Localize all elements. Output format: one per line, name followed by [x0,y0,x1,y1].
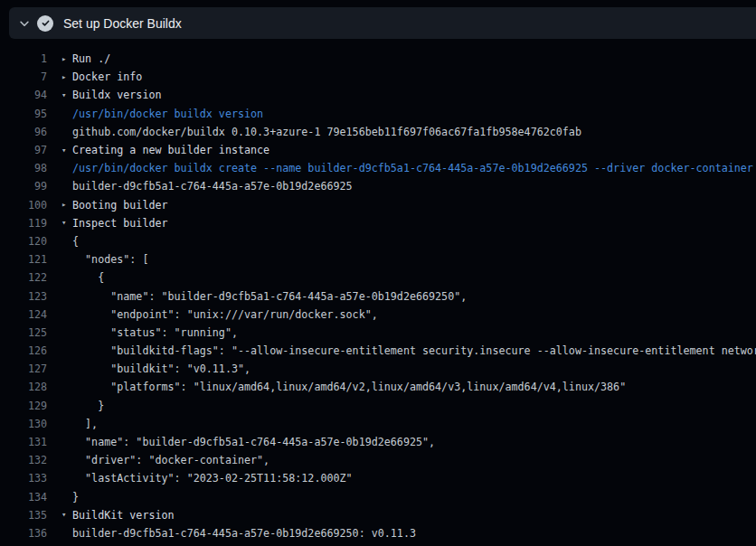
log-text: Creating a new builder instance [72,144,269,156]
chevron-down-icon[interactable] [18,17,31,30]
log-text: "platforms": "linux/amd64,linux/amd64/v2… [72,381,626,393]
log-line: 120{ [0,232,756,250]
log-text: builder-d9cfb5a1-c764-445a-a57e-0b19d2e6… [72,180,353,193]
log-line: 124 "endpoint": "unix:///var/run/docker.… [0,306,756,324]
line-number[interactable]: 124 [0,308,47,321]
triangle-collapsed-icon: ▸ [61,55,72,63]
log-line: 136builder-d9cfb5a1-c764-445a-a57e-0b19d… [0,524,756,542]
triangle-expanded-icon: ▾ [61,511,72,519]
log-text: BuildKit version [72,509,175,522]
log-text: Booting builder [72,199,168,212]
log-text: "name": "builder-d9cfb5a1-c764-445a-a57e… [72,436,435,448]
line-number[interactable]: 120 [0,235,47,248]
log-group-row[interactable]: 94▾Buildx version [0,86,756,104]
log-line: 123 "name": "builder-d9cfb5a1-c764-445a-… [0,287,756,305]
log-line: 129 } [0,397,756,415]
line-number[interactable]: 135 [0,509,47,522]
log-group-row[interactable]: 100▸Booting builder [0,196,756,214]
log-text: } [72,491,79,504]
log-text: ], [72,418,98,430]
log-group-row[interactable]: 135▾BuildKit version [0,506,756,524]
log-line: 121 "nodes": [ [0,250,756,268]
log-line: 99builder-d9cfb5a1-c764-445a-a57e-0b19d2… [0,177,756,195]
log-text: "driver": "docker-container", [72,454,269,466]
triangle-collapsed-icon: ▸ [61,73,72,81]
log-text: Run ./ [72,52,110,65]
log-text: "lastActivity": "2023-02-25T11:58:12.000… [72,472,353,485]
line-number[interactable]: 94 [0,89,47,101]
log-body: 1▸Run ./7▸Docker info94▾Buildx version95… [0,50,756,542]
log-line: 122 { [0,268,756,287]
log-line: 134} [0,488,756,506]
log-text: "endpoint": "unix:///var/run/docker.sock… [72,308,378,321]
line-number[interactable]: 130 [0,418,47,430]
log-text: } [72,400,104,412]
line-number[interactable]: 97 [0,144,47,156]
log-text: "buildkit": "v0.11.3", [72,362,250,375]
log-text: "status": "running", [72,326,238,339]
log-text: Inspect builder [72,217,168,230]
line-number[interactable]: 122 [0,271,47,284]
line-number[interactable]: 95 [0,108,47,120]
triangle-expanded-icon: ▾ [61,146,72,155]
log-text: { [72,271,104,284]
line-number[interactable]: 128 [0,381,47,393]
line-number[interactable]: 133 [0,472,47,485]
triangle-expanded-icon: ▾ [61,219,72,227]
log-line: 96github.com/docker/buildx 0.10.3+azure-… [0,123,756,141]
line-number[interactable]: 129 [0,400,47,412]
line-number[interactable]: 119 [0,217,47,230]
check-circle-icon [37,15,53,32]
triangle-expanded-icon: ▾ [61,91,72,99]
log-text: /usr/bin/docker buildx version [72,108,263,120]
log-line: 125 "status": "running", [0,324,756,342]
line-number[interactable]: 123 [0,290,47,303]
line-number[interactable]: 121 [0,253,47,266]
log-group-row[interactable]: 7▸Docker info [0,68,756,86]
line-number[interactable]: 96 [0,126,47,138]
log-line: 128 "platforms": "linux/amd64,linux/amd6… [0,378,756,396]
line-number[interactable]: 134 [0,491,47,504]
line-number[interactable]: 131 [0,436,47,448]
log-text: "name": "builder-d9cfb5a1-c764-445a-a57e… [72,290,467,303]
log-group-row[interactable]: 1▸Run ./ [0,50,756,68]
line-number[interactable]: 136 [0,527,47,540]
log-text: "buildkitd-flags": "--allow-insecure-ent… [72,344,756,357]
log-group-row[interactable]: 97▾Creating a new builder instance [0,141,756,159]
log-line: 133 "lastActivity": "2023-02-25T11:58:12… [0,469,756,487]
log-group-row[interactable]: 119▾Inspect builder [0,214,756,232]
line-number[interactable]: 127 [0,362,47,375]
log-line: 130 ], [0,415,756,433]
triangle-collapsed-icon: ▸ [61,201,72,209]
log-text: builder-d9cfb5a1-c764-445a-a57e-0b19d2e6… [72,527,416,540]
log-line: 126 "buildkitd-flags": "--allow-insecure… [0,342,756,360]
line-number[interactable]: 125 [0,326,47,339]
log-text: /usr/bin/docker buildx create --name bui… [72,162,753,174]
line-number[interactable]: 1 [0,52,47,65]
log-text: "nodes": [ [72,253,148,266]
line-number[interactable]: 126 [0,344,47,357]
line-number[interactable]: 7 [0,71,47,83]
line-number[interactable]: 98 [0,162,47,174]
log-text: github.com/docker/buildx 0.10.3+azure-1 … [72,126,581,138]
log-text: Docker info [72,71,142,83]
line-number[interactable]: 100 [0,199,47,212]
log-text: { [72,235,79,248]
step-title: Set up Docker Buildx [63,16,182,31]
log-line: 132 "driver": "docker-container", [0,451,756,469]
step-header[interactable]: Set up Docker Buildx [9,7,756,39]
log-line: 127 "buildkit": "v0.11.3", [0,360,756,378]
line-number[interactable]: 99 [0,180,47,193]
log-text: Buildx version [72,89,162,101]
log-line: 95/usr/bin/docker buildx version [0,105,756,123]
log-line: 98/usr/bin/docker buildx create --name b… [0,159,756,177]
log-line: 131 "name": "builder-d9cfb5a1-c764-445a-… [0,433,756,451]
line-number[interactable]: 132 [0,454,47,466]
